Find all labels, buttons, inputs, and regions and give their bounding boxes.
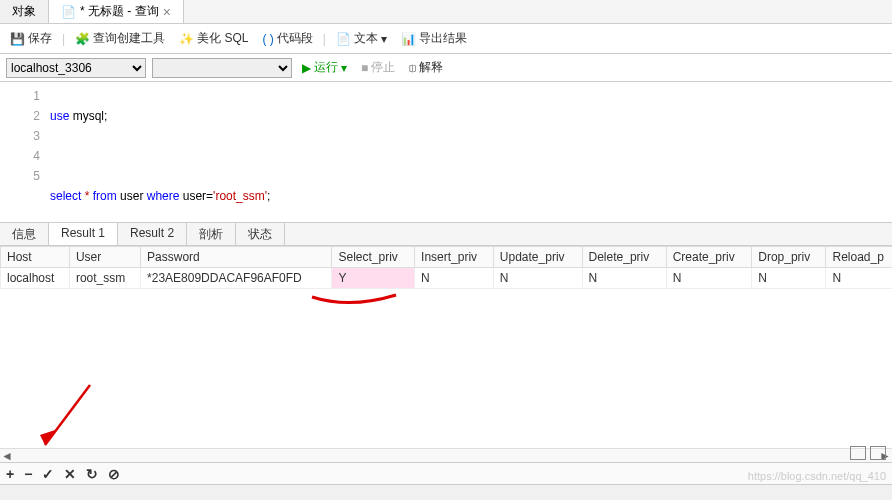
main-toolbar: 💾保存 | 🧩查询创建工具 ✨美化 SQL ( )代码段 | 📄文本▾ 📊导出结…	[0, 24, 892, 54]
tab-query[interactable]: 📄 * 无标题 - 查询 ×	[49, 0, 184, 23]
export-icon: 📊	[401, 32, 416, 46]
connection-select[interactable]: localhost_3306	[6, 58, 146, 78]
play-icon: ▶	[302, 61, 311, 75]
stop-icon: ■	[361, 61, 368, 75]
tab-profile[interactable]: 剖析	[187, 223, 236, 245]
apply-button[interactable]: ✓	[42, 466, 54, 482]
chevron-down-icon: ▾	[341, 61, 347, 75]
statusbar	[0, 484, 892, 500]
view-mode-icons	[850, 446, 886, 460]
line-gutter: 12345	[0, 82, 50, 222]
tab-status[interactable]: 状态	[236, 223, 285, 245]
save-button[interactable]: 💾保存	[6, 28, 56, 49]
table-row[interactable]: localhostroot_ssm*23AE809DDACAF96AF0FDYN…	[1, 268, 893, 289]
query-builder-button[interactable]: 🧩查询创建工具	[71, 28, 169, 49]
builder-icon: 🧩	[75, 32, 90, 46]
top-tabs: 对象 📄 * 无标题 - 查询 ×	[0, 0, 892, 24]
doc-icon: 📄	[336, 32, 351, 46]
tab-objects[interactable]: 对象	[0, 0, 49, 23]
explain-button[interactable]: ⎅解释	[405, 57, 447, 78]
beautify-button[interactable]: ✨美化 SQL	[175, 28, 252, 49]
query-icon: 📄	[61, 5, 76, 19]
grid-view-icon[interactable]	[850, 446, 866, 460]
database-select[interactable]	[152, 58, 292, 78]
table-header: HostUserPasswordSelect_privInsert_privUp…	[1, 247, 893, 268]
tab-result2[interactable]: Result 2	[118, 223, 187, 245]
run-button[interactable]: ▶运行▾	[298, 57, 351, 78]
horizontal-scrollbar[interactable]: ◄ ►	[0, 448, 892, 462]
code-editor[interactable]: 12345 use mysql; select * from user wher…	[0, 82, 892, 222]
cancel-button[interactable]: ✕	[64, 466, 76, 482]
wand-icon: ✨	[179, 32, 194, 46]
run-toolbar: localhost_3306 ▶运行▾ ■停止 ⎅解释	[0, 54, 892, 82]
delete-row-button[interactable]: −	[24, 466, 32, 482]
result-tabs: 信息 Result 1 Result 2 剖析 状态	[0, 222, 892, 246]
export-button[interactable]: 📊导出结果	[397, 28, 471, 49]
scroll-left-icon[interactable]: ◄	[0, 449, 14, 463]
tab-result1[interactable]: Result 1	[49, 223, 118, 245]
close-icon[interactable]: ×	[163, 5, 171, 19]
refresh-button[interactable]: ↻	[86, 466, 98, 482]
text-button[interactable]: 📄文本▾	[332, 28, 391, 49]
result-grid[interactable]: HostUserPasswordSelect_privInsert_privUp…	[0, 246, 892, 446]
tab-info[interactable]: 信息	[0, 223, 49, 245]
code-area[interactable]: use mysql; select * from user where user…	[50, 82, 270, 222]
stop-button[interactable]: ⊘	[108, 466, 120, 482]
add-row-button[interactable]: +	[6, 466, 14, 482]
braces-icon: ( )	[262, 32, 273, 46]
explain-icon: ⎅	[409, 61, 416, 75]
svg-line-0	[45, 385, 90, 445]
chevron-down-icon: ▾	[381, 32, 387, 46]
save-icon: 💾	[10, 32, 25, 46]
snippet-button[interactable]: ( )代码段	[258, 28, 316, 49]
annotation-underline	[310, 291, 400, 311]
form-view-icon[interactable]	[870, 446, 886, 460]
watermark: https://blog.csdn.net/qq_410	[748, 470, 886, 482]
stop-button[interactable]: ■停止	[357, 57, 399, 78]
